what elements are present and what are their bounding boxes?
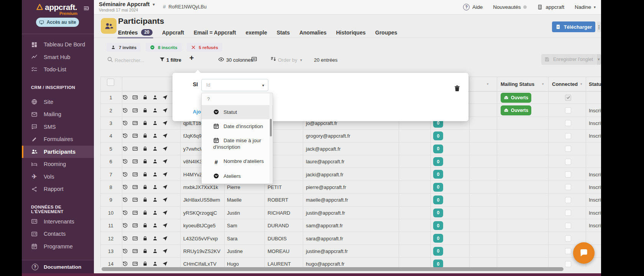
history-icon[interactable] xyxy=(122,95,128,100)
connected-checkbox[interactable] xyxy=(565,107,571,113)
history-icon[interactable] xyxy=(122,210,128,215)
column-header-statut[interactable]: Statut xyxy=(589,81,601,87)
idcard-icon[interactable] xyxy=(132,184,138,190)
send-icon[interactable] xyxy=(162,248,168,254)
connected-checkbox[interactable] xyxy=(565,197,571,203)
connected-checkbox[interactable] xyxy=(565,235,571,242)
lock-icon[interactable] xyxy=(142,223,148,228)
filter-field-select[interactable]: Id ▾ xyxy=(201,79,268,91)
connected-checkbox[interactable] xyxy=(565,248,571,254)
idcard-icon[interactable] xyxy=(132,107,138,113)
lock-icon[interactable] xyxy=(142,133,148,139)
sidebar-item-smart-hub[interactable]: Smart Hub xyxy=(22,51,94,64)
dropdown-option-statut[interactable]: Statut xyxy=(202,105,273,119)
person-icon[interactable] xyxy=(152,159,158,164)
help-menu[interactable]: ? Aide xyxy=(463,4,483,10)
sort-caret-icon[interactable]: ▾ xyxy=(542,82,544,86)
send-icon[interactable] xyxy=(162,184,168,190)
person-icon[interactable] xyxy=(152,133,158,139)
idcard-icon[interactable] xyxy=(132,223,138,228)
person-icon[interactable] xyxy=(152,146,158,151)
person-icon[interactable] xyxy=(152,171,158,177)
collapse-sidebar-icon[interactable] xyxy=(82,5,90,12)
lock-icon[interactable] xyxy=(142,120,148,126)
sort-az-icon[interactable] xyxy=(270,56,276,62)
person-icon[interactable] xyxy=(152,95,158,100)
idcard-icon[interactable] xyxy=(132,95,138,100)
sidebar-item-sms[interactable]: SMS xyxy=(22,121,94,133)
history-icon[interactable] xyxy=(122,235,128,241)
add-filter-button[interactable]: + xyxy=(189,54,194,62)
connected-checkbox[interactable] xyxy=(565,171,571,177)
lock-icon[interactable] xyxy=(142,95,148,100)
connected-checkbox[interactable] xyxy=(565,95,571,101)
history-icon[interactable] xyxy=(122,223,128,228)
dropdown-option-date-mise-a-jour-d-inscription[interactable]: Date mise à jour d'inscription xyxy=(202,133,273,154)
sidebar-item-todo-list[interactable]: Todo-List xyxy=(22,63,94,76)
lock-icon[interactable] xyxy=(142,235,148,241)
connected-checkbox[interactable] xyxy=(565,223,571,229)
sort-caret-icon[interactable]: ▾ xyxy=(487,82,489,86)
more-options-button[interactable]: ⋮ xyxy=(597,21,601,32)
history-icon[interactable] xyxy=(122,107,128,113)
column-header-connected[interactable]: Connected xyxy=(552,81,578,87)
send-icon[interactable] xyxy=(162,261,168,267)
user-menu[interactable]: Nadine ▾ xyxy=(575,4,596,10)
sidebar-item-formulaires[interactable]: Formulaires xyxy=(22,133,94,146)
sort-caret-icon[interactable]: ▾ xyxy=(580,82,582,86)
lock-icon[interactable] xyxy=(142,159,148,164)
sidebar-item-intervenants[interactable]: Intervenants xyxy=(22,215,94,228)
save-tab-dropdown-button[interactable]: ▼ xyxy=(596,54,601,65)
sidebar-item-participants[interactable]: Participants xyxy=(22,146,94,158)
send-icon[interactable] xyxy=(162,223,168,228)
sidebar-item-tableau-de-bord[interactable]: Tableau De Bord xyxy=(22,38,94,51)
idcard-icon[interactable] xyxy=(132,159,138,164)
send-icon[interactable] xyxy=(162,159,168,164)
connected-checkbox[interactable] xyxy=(565,159,571,165)
connected-checkbox[interactable] xyxy=(565,146,571,152)
sidebar-item-contacts[interactable]: Contacts xyxy=(22,228,94,240)
dropdown-option-[interactable]: ? xyxy=(202,93,273,105)
history-icon[interactable] xyxy=(122,159,128,164)
dropdown-option-nombre-d-ateliers[interactable]: #Nombre d'ateliers xyxy=(202,154,273,169)
lock-icon[interactable] xyxy=(142,261,148,267)
horizontal-scrollbar[interactable] xyxy=(102,267,564,271)
connected-checkbox[interactable] xyxy=(565,120,571,126)
chevron-down-icon[interactable]: ▾ xyxy=(300,58,302,62)
filter-count-button[interactable]: 1 filtre xyxy=(166,57,181,63)
send-icon[interactable] xyxy=(162,171,168,177)
history-icon[interactable] xyxy=(122,120,128,126)
connected-checkbox[interactable] xyxy=(565,133,571,139)
person-icon[interactable] xyxy=(152,107,158,113)
history-icon[interactable] xyxy=(122,133,128,139)
idcard-icon[interactable] xyxy=(132,235,138,241)
send-icon[interactable] xyxy=(162,146,168,151)
access-site-button[interactable]: Accès au site xyxy=(36,18,79,27)
download-button[interactable]: Télécharger xyxy=(552,21,595,32)
send-icon[interactable] xyxy=(162,197,168,203)
chat-fab-button[interactable] xyxy=(573,242,595,264)
history-icon[interactable] xyxy=(122,171,128,177)
person-icon[interactable] xyxy=(152,120,158,126)
person-icon[interactable] xyxy=(152,261,158,267)
save-tab-button[interactable]: Enregistrer l'onglet xyxy=(541,54,596,65)
order-by-button[interactable]: Order by xyxy=(278,57,297,63)
fit-columns-icon[interactable] xyxy=(251,56,257,62)
connected-checkbox[interactable] xyxy=(565,261,571,267)
send-icon[interactable] xyxy=(162,210,168,215)
dropdown-option-date-d-inscription[interactable]: Date d'inscription xyxy=(202,119,273,133)
person-icon[interactable] xyxy=(152,210,158,215)
lock-icon[interactable] xyxy=(142,107,148,113)
send-icon[interactable] xyxy=(162,95,168,100)
person-icon[interactable] xyxy=(152,248,158,254)
history-icon[interactable] xyxy=(122,248,128,254)
lock-icon[interactable] xyxy=(142,171,148,177)
sidebar-item-mailing[interactable]: Mailing xyxy=(22,108,94,121)
idcard-icon[interactable] xyxy=(132,146,138,151)
history-icon[interactable] xyxy=(122,261,128,267)
idcard-icon[interactable] xyxy=(132,261,138,267)
idcard-icon[interactable] xyxy=(132,248,138,254)
sidebar-item-rapport[interactable]: Rapport xyxy=(22,183,94,196)
lock-icon[interactable] xyxy=(142,146,148,151)
dropdown-scrollbar[interactable] xyxy=(269,94,272,183)
